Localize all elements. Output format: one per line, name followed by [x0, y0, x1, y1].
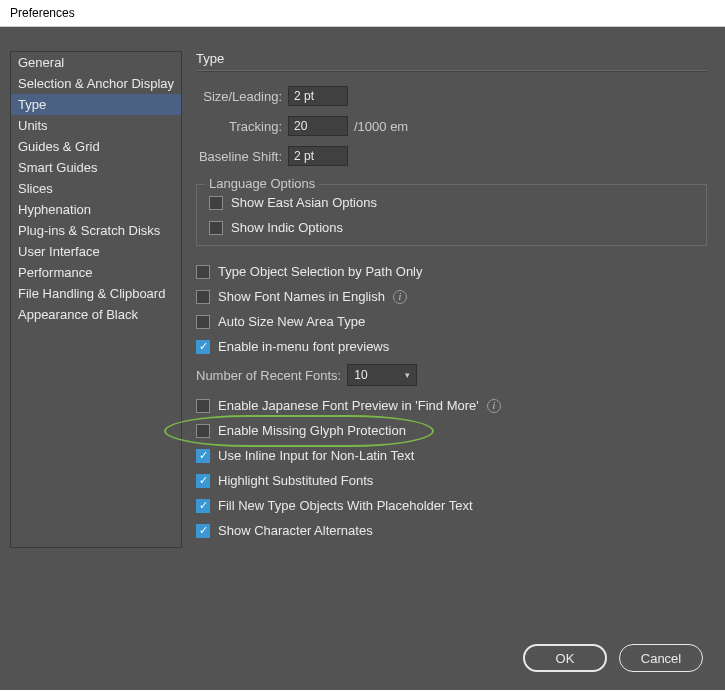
- tracking-input[interactable]: [288, 116, 348, 136]
- char-alternates-label[interactable]: Show Character Alternates: [218, 523, 373, 538]
- baseline-input[interactable]: [288, 146, 348, 166]
- glyph-protection-label[interactable]: Enable Missing Glyph Protection: [218, 423, 406, 438]
- sidebar-item-smart-guides[interactable]: Smart Guides: [11, 157, 181, 178]
- jp-preview-label[interactable]: Enable Japanese Font Preview in 'Find Mo…: [218, 398, 479, 413]
- window-titlebar: Preferences: [0, 0, 725, 27]
- placeholder-checkbox[interactable]: [196, 499, 210, 513]
- english-names-checkbox[interactable]: [196, 290, 210, 304]
- path-only-checkbox[interactable]: [196, 265, 210, 279]
- jp-preview-checkbox[interactable]: [196, 399, 210, 413]
- sidebar-item-type[interactable]: Type: [11, 94, 181, 115]
- glyph-protection-checkbox[interactable]: [196, 424, 210, 438]
- sidebar-item-general[interactable]: General: [11, 52, 181, 73]
- panel-title: Type: [196, 51, 707, 66]
- baseline-label: Baseline Shift:: [196, 149, 288, 164]
- tracking-unit: /1000 em: [354, 119, 408, 134]
- info-icon[interactable]: i: [487, 399, 501, 413]
- char-alternates-checkbox[interactable]: [196, 524, 210, 538]
- size-leading-input[interactable]: [288, 86, 348, 106]
- indic-label[interactable]: Show Indic Options: [231, 220, 343, 235]
- chevron-down-icon: ▾: [405, 370, 410, 380]
- cancel-button[interactable]: Cancel: [619, 644, 703, 672]
- east-asian-label[interactable]: Show East Asian Options: [231, 195, 377, 210]
- sidebar-item-selection-anchor-display[interactable]: Selection & Anchor Display: [11, 73, 181, 94]
- category-sidebar: GeneralSelection & Anchor DisplayTypeUni…: [10, 51, 182, 548]
- sidebar-item-slices[interactable]: Slices: [11, 178, 181, 199]
- sidebar-item-plug-ins-scratch-disks[interactable]: Plug-ins & Scratch Disks: [11, 220, 181, 241]
- in-menu-preview-label[interactable]: Enable in-menu font previews: [218, 339, 389, 354]
- recent-fonts-value: 10: [354, 368, 367, 382]
- recent-fonts-label: Number of Recent Fonts:: [196, 368, 341, 383]
- preferences-dialog: GeneralSelection & Anchor DisplayTypeUni…: [0, 27, 725, 690]
- english-names-label[interactable]: Show Font Names in English: [218, 289, 385, 304]
- highlight-sub-checkbox[interactable]: [196, 474, 210, 488]
- window-title: Preferences: [10, 6, 75, 20]
- inline-input-checkbox[interactable]: [196, 449, 210, 463]
- sidebar-item-user-interface[interactable]: User Interface: [11, 241, 181, 262]
- auto-size-label[interactable]: Auto Size New Area Type: [218, 314, 365, 329]
- highlight-sub-label[interactable]: Highlight Substituted Fonts: [218, 473, 373, 488]
- language-options-legend: Language Options: [205, 176, 319, 191]
- sidebar-item-hyphenation[interactable]: Hyphenation: [11, 199, 181, 220]
- sidebar-item-appearance-of-black[interactable]: Appearance of Black: [11, 304, 181, 325]
- type-panel: Type Size/Leading: Tracking: /1000 em Ba…: [196, 51, 715, 548]
- sidebar-item-guides-grid[interactable]: Guides & Grid: [11, 136, 181, 157]
- divider: [196, 70, 707, 72]
- in-menu-preview-checkbox[interactable]: [196, 340, 210, 354]
- size-leading-label: Size/Leading:: [196, 89, 288, 104]
- ok-button[interactable]: OK: [523, 644, 607, 672]
- recent-fonts-dropdown[interactable]: 10 ▾: [347, 364, 417, 386]
- indic-checkbox[interactable]: [209, 221, 223, 235]
- east-asian-checkbox[interactable]: [209, 196, 223, 210]
- auto-size-checkbox[interactable]: [196, 315, 210, 329]
- inline-input-label[interactable]: Use Inline Input for Non-Latin Text: [218, 448, 414, 463]
- sidebar-item-units[interactable]: Units: [11, 115, 181, 136]
- info-icon[interactable]: i: [393, 290, 407, 304]
- language-options-group: Language Options Show East Asian Options…: [196, 184, 707, 246]
- sidebar-item-performance[interactable]: Performance: [11, 262, 181, 283]
- sidebar-item-file-handling-clipboard[interactable]: File Handling & Clipboard: [11, 283, 181, 304]
- path-only-label[interactable]: Type Object Selection by Path Only: [218, 264, 423, 279]
- placeholder-label[interactable]: Fill New Type Objects With Placeholder T…: [218, 498, 473, 513]
- tracking-label: Tracking:: [196, 119, 288, 134]
